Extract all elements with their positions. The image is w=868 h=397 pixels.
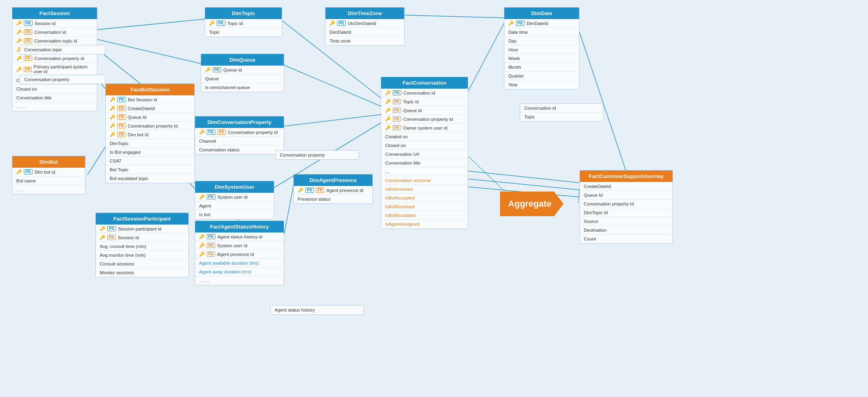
svg-line-8 [467,22,505,93]
row-agent-away-dur: Agent away duration (hrs) [195,267,284,276]
entity-fact-session-participant: FactSessionParticipant 🔑 PK Session part… [95,213,189,277]
key-icon-pk-botsess: 🔑 [110,97,115,102]
row-fc-topic-id: 🔑 FK Topic id [381,97,468,106]
row-conversation-id: 🔑 FK Conversation id [12,28,97,37]
key-icon-pk-agentpres: 🔑 [298,188,303,193]
row-conv-property-topleft-label: Conversation property [20,75,105,84]
row-dots-ash: ….. [195,276,284,285]
row-fc-conv-prop-id: 🔑 FK Conversation property id [381,115,468,124]
row-fc-is-bot-accepted: IsBotAccepted [381,194,468,202]
key-icon-fk-botsess1: 🔑 [110,106,115,111]
entity-fact-customer-support-journey: FactCustomerSupportJourney CreateDateId … [579,170,673,244]
row-primary-participant: 🔑 FK Primary participant system user id [12,63,97,76]
entity-conv-id-topic: Conversation id Topic [520,103,603,122]
key-icon-pk-dimdate: 🔑 [508,21,514,26]
row-bot-escalated: Bot escalated topic [106,174,194,183]
key-icon-fk-agentstat2: 🔑 [199,252,205,257]
row-csj-source: Source [580,217,672,226]
row-closed-on: Closed on [12,85,97,93]
row-week: Week [504,54,579,63]
row-queue-id-bot: 🔑 FK Queue Id [106,113,194,122]
entity-fact-bot-session: FactBotSession 🔑 PK Bot Session id 🔑 FK … [105,83,195,183]
aggregate-arrow: Aggregate [500,192,564,216]
row-csj-dimtopic-id: DimTopic Id [580,208,672,217]
row-create-date-id: 🔑 FK CreateDateId [106,104,194,113]
key-icon-pk-fc: 🔑 [385,90,391,95]
key-icon-pk-tz: 🔑 [329,21,335,26]
row-hour: Hour [504,45,579,54]
key-icon-fk2: 🔑 [16,38,22,43]
entity-dim-bot: DimBot 🔑 PK Dim bot id Bot name …. [12,156,85,194]
entity-header-fact-conversation: FactConversation [381,77,468,89]
svg-line-17 [467,179,580,190]
row-agent-status-history-label: Agent status history [271,306,363,314]
entity-header-dim-date: DimDate [504,8,579,19]
row-topic-label: Topic [520,112,603,121]
entity-dim-timezone: DimTimeZone 🔑 PK UtcDimDateId DimDateId … [325,7,405,46]
row-fc-closed-on: Closed on [381,141,468,150]
row-topic: Topic [205,28,282,37]
row-csj-conv-prop-id: Conversation property Id [580,199,672,208]
key-icon-pk: 🔑 [16,21,22,26]
row-avg-monitor: Avg.monitor time (min) [96,251,188,260]
svg-line-16 [467,171,580,183]
row-is-bot: Is bot [195,210,274,219]
entity-header-dim-timezone: DimTimeZone [326,8,404,19]
entity-header-dim-system-user: DimSystemUser [195,181,274,193]
entity-header-dim-conv-prop: DimConversationProperty [195,116,284,128]
svg-line-1 [95,39,201,64]
entity-header-fact-csj: FactCustomerSupportJourney [580,170,672,182]
row-fc-conv-title: Conversation title [381,159,468,167]
key-icon-pk-agentstat: 🔑 [199,234,205,239]
entity-dim-agent-presence: DimAgentPresence 🔑 PK FK Agent presence … [293,174,373,204]
row-agent-presence-id-ash: 🔑 FK Agent presence id [195,250,284,259]
key-icon-fk1: 🔑 [16,29,22,35]
entity-conv-property-middle: Conversation property [275,150,359,160]
row-conv-prop-id-dim: 🔑 PK FK Conversation property id [195,128,284,137]
row-conv-id-label: Conversation id [520,104,603,112]
aggregate-label: Aggregate [508,199,552,209]
row-session-id: 🔑 PK Session id [12,19,97,28]
row-agent: Agent [195,201,274,210]
row-avg-consult: Avg. consult time (min) [96,242,188,251]
row-csat: CSAT [106,157,194,165]
row-day: Day [504,37,579,45]
row-fc-is-agent-assigned: IsAgentAssigned [381,220,468,229]
key-icon-pk-convprop: 🔑 [199,130,205,135]
svg-line-13 [87,145,107,175]
row-year: Year [504,80,579,89]
entity-fact-agent-status-history: FactAgentStatusHistory 🔑 PK Agent status… [195,221,284,285]
row-dots-1: ….. [12,102,97,111]
row-agent-status-hist-id: 🔑 PK Agent status history id [195,232,284,241]
key-icon-fk-fc2: 🔑 [385,108,391,113]
entity-fact-conversation: FactConversation 🔑 PK Conversation id 🔑 … [381,77,468,229]
row-time-zone: Time zone [326,37,404,45]
row-agent-available-dur: Agent avaliable duration (hrs) [195,259,284,267]
row-dim-bot-id: 🔑 PK Dim bot id [12,168,85,176]
entity-header-dim-queue: DimQueue [201,54,284,66]
key-icon-pk-bot: 🔑 [16,169,22,174]
diagram-canvas: FactSession 🔑 PK Session id 🔑 FK Convers… [0,0,868,397]
key-icon-fk-botsess4: 🔑 [110,132,115,137]
row-csj-count: Count [580,234,672,243]
row-conv-topic-label: Conversation topic [20,45,105,54]
row-queue: Queue [201,74,284,83]
key-icon-fk-botsess3: 🔑 [110,123,115,128]
row-dim-bot-id-bot: 🔑 FK Dim bot Id [106,130,194,139]
entity-dim-conversation-property: DimConversationProperty 🔑 PK FK Conversa… [195,116,284,155]
row-dots-bot: …. [12,185,85,194]
row-system-user-id: 🔑 PK System user id [195,193,274,201]
entity-agent-status-history-label: Agent status history [270,305,364,315]
key-icon-pk-sesspart: 🔑 [100,226,105,231]
key-icon-fk-fc1: 🔑 [385,99,391,104]
row-fc-is-bot-resolved: IsBotResolved [381,202,468,211]
entity-dim-system-user: DimSystemUser 🔑 PK System user id Agent … [195,181,274,219]
row-session-id-sesspart: 🔑 FK Session id [96,233,188,242]
row-csj-queue-id: Queue Id [580,191,672,199]
row-fc-is-bot-involved: IsBotInvolved [381,185,468,194]
row-dim-date-id-tz: DimDateId [326,28,404,37]
row-fc-conv-url: Conversation Url [381,150,468,159]
entity-header-fact-bot-session: FactBotSession [106,84,194,95]
row-fc-owner-system-user: 🔑 FK Owner system user id [381,124,468,132]
row-fc-created-on: Created on [381,132,468,141]
